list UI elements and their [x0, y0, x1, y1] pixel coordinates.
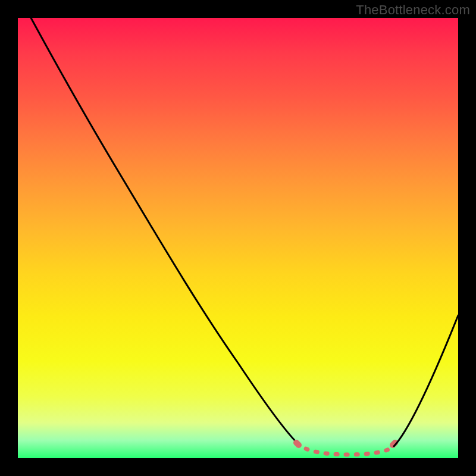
chart-frame: TheBottleneck.com [0, 0, 476, 476]
curve-trough-dashed [298, 443, 394, 455]
plot-area [18, 18, 458, 458]
curve-right-solid [394, 315, 458, 446]
bottleneck-curve [18, 18, 458, 458]
trough-dot-left [296, 443, 299, 445]
curve-left-solid [31, 18, 298, 443]
watermark-text: TheBottleneck.com [356, 2, 470, 18]
